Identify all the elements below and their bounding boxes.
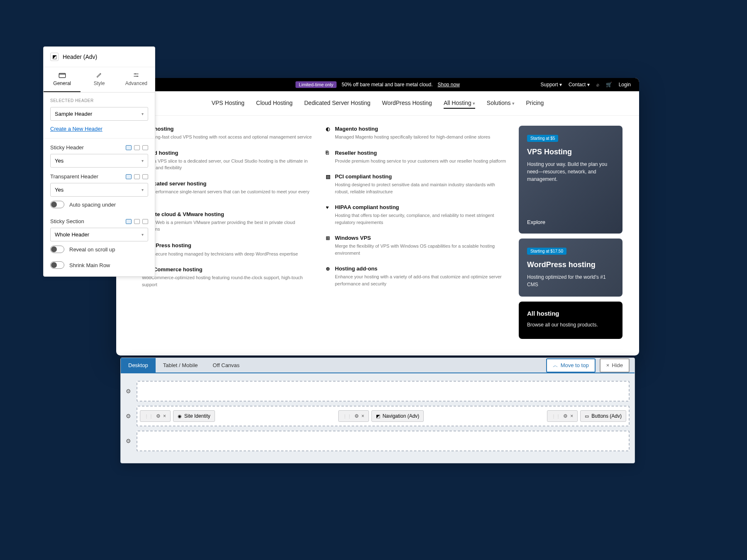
device-icons[interactable]	[126, 145, 148, 150]
gear-icon[interactable]: ⚙	[156, 413, 161, 419]
create-header-link[interactable]: Create a New Header	[50, 126, 103, 132]
device-icons[interactable]	[126, 219, 148, 224]
move-to-top-button[interactable]: ︿Move to top	[546, 358, 596, 373]
mobile-icon[interactable]	[142, 145, 148, 150]
widget-site-identity[interactable]: ⋮⋮ ⚙ ×	[140, 410, 171, 422]
customizer-sidebar: ◩ Header (Adv) General Style Advanced SE…	[43, 46, 155, 277]
reveal-row: Reveal on scroll up	[44, 241, 155, 257]
widget-buttons-label[interactable]: ▭Buttons (Adv)	[580, 410, 626, 422]
promo-cards: Starting at $5 VPS Hosting Hosting your …	[519, 126, 622, 339]
dropzone-top[interactable]	[137, 381, 630, 402]
mega-item[interactable]: ⓌWordPress hostingFast, secure hosting m…	[133, 242, 313, 258]
close-icon[interactable]: ×	[570, 413, 573, 419]
transparent-header-select[interactable]: Yes▾	[50, 183, 148, 197]
tab-general[interactable]: General	[44, 67, 81, 92]
close-icon[interactable]: ×	[163, 413, 166, 419]
reveal-toggle[interactable]	[50, 246, 64, 253]
drag-handle-icon[interactable]: ⋮⋮	[552, 414, 561, 419]
item-icon: ◐	[326, 126, 332, 132]
sidebar-title: Header (Adv)	[63, 54, 97, 60]
desktop-icon[interactable]	[126, 219, 132, 224]
nav-pricing[interactable]: Pricing	[526, 98, 544, 109]
site-icon: ◉	[178, 414, 182, 419]
desktop-icon[interactable]	[126, 145, 132, 150]
transparent-header-label: Transparent Header	[50, 173, 98, 180]
gear-icon[interactable]: ⚙	[126, 438, 133, 444]
builder-row-main: ⚙ ⋮⋮ ⚙ × ◉Site Identity ⋮⋮ ⚙ ×	[126, 406, 630, 426]
close-icon[interactable]: ×	[361, 413, 364, 419]
auto-spacing-toggle[interactable]	[50, 201, 64, 208]
builder-tab-desktop[interactable]: Desktop	[121, 358, 156, 373]
sticky-header-select[interactable]: Yes▾	[50, 154, 148, 168]
shrink-toggle[interactable]	[50, 261, 64, 269]
mega-item[interactable]: ⊕Hosting add-onsEnhance your hosting wit…	[326, 265, 506, 287]
drag-handle-icon[interactable]: ⋮⋮	[343, 414, 352, 419]
item-icon: ⎘	[326, 150, 332, 156]
promo-right: Support Contact ⌕ 🛒 Login	[541, 82, 631, 88]
mega-item[interactable]: ⊞Dedicated server hostingHigh-performanc…	[133, 180, 313, 202]
mega-item[interactable]: ✦VPS hostingLightning-fast cloud VPS hos…	[133, 126, 313, 141]
support-link[interactable]: Support	[541, 82, 562, 88]
nav-cloud[interactable]: Cloud Hosting	[256, 98, 293, 109]
mega-item[interactable]: ♥HIPAA compliant hostingHosting that off…	[326, 204, 506, 226]
header-select[interactable]: Sample Header▾	[50, 107, 148, 121]
mega-item[interactable]: ▤PCI compliant hostingHosting designed t…	[326, 173, 506, 195]
contact-link[interactable]: Contact	[569, 82, 590, 88]
widget-site-identity-label[interactable]: ◉Site Identity	[173, 410, 215, 422]
nav-all-hosting[interactable]: All Hosting	[444, 98, 475, 109]
mobile-icon[interactable]	[142, 174, 148, 179]
dropzone-bottom[interactable]	[137, 431, 630, 451]
gear-icon[interactable]: ⚙	[563, 413, 568, 419]
widget-navigation-label[interactable]: ◩Navigation (Adv)	[371, 410, 424, 422]
builder-rows: ⚙ ⚙ ⋮⋮ ⚙ × ◉Site Identity ⋮⋮ ⚙	[121, 373, 635, 463]
builder-tab-tablet[interactable]: Tablet / Mobile	[156, 358, 205, 373]
mobile-icon[interactable]	[142, 219, 148, 224]
builder-tab-offcanvas[interactable]: Off Canvas	[205, 358, 247, 373]
gear-icon[interactable]: ⚙	[126, 413, 133, 419]
widget-navigation[interactable]: ⋮⋮ ⚙ ×	[338, 410, 369, 422]
widget-buttons[interactable]: ⋮⋮ ⚙ ×	[547, 410, 578, 422]
sticky-section-field: Sticky Section Whole Header▾	[44, 212, 155, 241]
tablet-icon[interactable]	[134, 219, 140, 224]
button-icon: ▭	[585, 414, 589, 419]
tab-style[interactable]: Style	[81, 67, 117, 92]
mega-item[interactable]: ▦Private cloud & VMware hostingLiquid We…	[133, 211, 313, 233]
nav-dedicated[interactable]: Dedicated Server Hosting	[304, 98, 371, 109]
gear-icon[interactable]: ⚙	[354, 413, 359, 419]
sliders-icon	[132, 72, 140, 78]
hide-button[interactable]: ×Hide	[600, 358, 630, 373]
mega-item[interactable]: ◐Magento hostingManaged Magento hosting …	[326, 126, 506, 141]
mega-item[interactable]: ⊞Windows VPSMerge the flexibility of VPS…	[326, 235, 506, 256]
mega-item[interactable]: ⧉WooCommerce hostingWooCommerce-optimize…	[133, 266, 313, 288]
nav-wordpress[interactable]: WordPress Hosting	[382, 98, 432, 109]
device-icons[interactable]	[126, 174, 148, 179]
drag-handle-icon[interactable]: ⋮⋮	[144, 414, 154, 419]
nav-solutions[interactable]: Solutions	[487, 98, 515, 109]
sticky-header-label: Sticky Header	[50, 144, 84, 151]
sticky-section-select[interactable]: Whole Header▾	[50, 228, 148, 241]
header-icon: ◩	[50, 53, 59, 61]
dropzone-main[interactable]: ⋮⋮ ⚙ × ◉Site Identity ⋮⋮ ⚙ × ◩Navigation…	[137, 406, 630, 426]
tablet-icon[interactable]	[134, 174, 140, 179]
card-all-hosting[interactable]: All hosting Browse all our hosting produ…	[519, 302, 622, 339]
mega-item[interactable]: ⎘Reseller hostingProvide premium hosting…	[326, 150, 506, 165]
mega-item[interactable]: ☁Cloud hostingFrom a VPS slice to a dedi…	[133, 150, 313, 171]
desktop-icon[interactable]	[126, 174, 132, 179]
nav-vps[interactable]: VPS Hosting	[212, 98, 244, 109]
gear-icon[interactable]: ⚙	[126, 388, 133, 394]
item-icon: ⊞	[326, 235, 332, 241]
builder-row-bottom: ⚙	[126, 431, 630, 451]
chevron-down-icon: ▾	[142, 158, 144, 163]
tablet-icon[interactable]	[134, 145, 140, 150]
search-icon[interactable]: ⌕	[596, 82, 599, 88]
cart-icon[interactable]: 🛒	[606, 82, 612, 88]
shrink-row: Shrink Main Row	[44, 257, 155, 276]
shop-now-link[interactable]: Shop now	[438, 82, 460, 88]
chevron-down-icon: ▾	[142, 112, 144, 116]
card-wordpress[interactable]: Starting at $17.50 WordPress hosting Hos…	[519, 239, 622, 297]
chevron-down-icon: ▾	[142, 187, 144, 192]
login-link[interactable]: Login	[619, 82, 631, 88]
builder-row-top: ⚙	[126, 381, 630, 402]
card-vps[interactable]: Starting at $5 VPS Hosting Hosting your …	[519, 126, 622, 234]
tab-advanced[interactable]: Advanced	[118, 67, 155, 92]
